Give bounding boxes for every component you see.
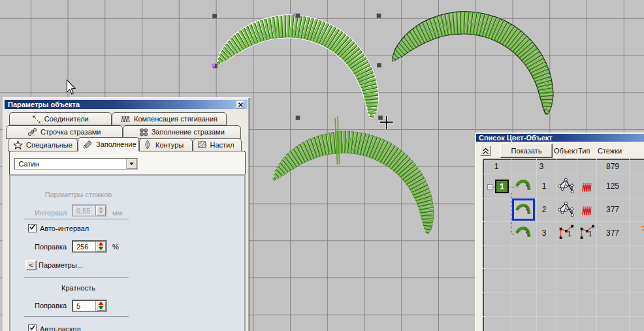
- svg-text:1: 1: [588, 230, 592, 238]
- svg-text:1: 1: [568, 230, 572, 238]
